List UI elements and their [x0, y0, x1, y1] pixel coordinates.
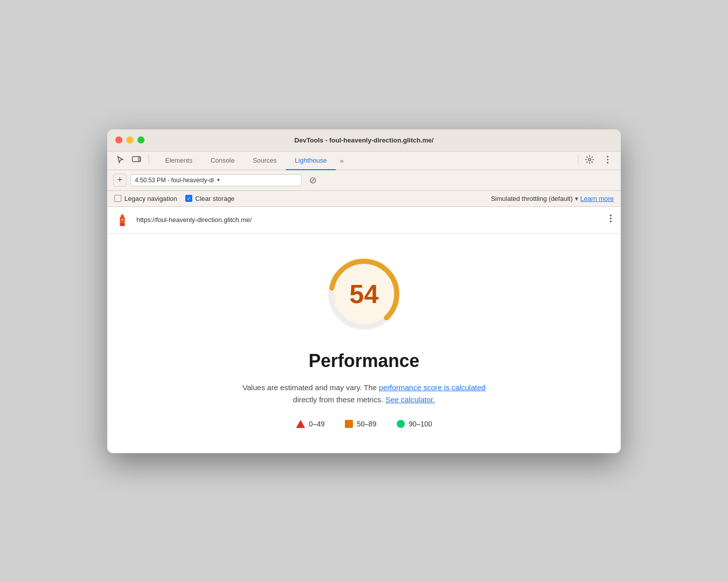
tabs-bar: Elements Console Sources Lighthouse » [107, 152, 621, 170]
legacy-nav-checkbox-box[interactable] [114, 195, 121, 202]
svg-rect-12 [120, 222, 125, 223]
tab-more-button[interactable]: » [336, 152, 347, 170]
url-field[interactable]: 4:50:53 PM - foul-heavenly-di ▾ [130, 174, 302, 186]
tab-lighthouse[interactable]: Lighthouse [286, 152, 336, 170]
tab-elements[interactable]: Elements [156, 152, 201, 170]
see-calculator-link[interactable]: See calculator. [385, 395, 434, 404]
options-bar: Legacy navigation ✓ Clear storage Simula… [107, 191, 621, 207]
legend-item-average: 50–89 [345, 420, 377, 428]
no-entry-icon[interactable]: ⊘ [306, 173, 320, 187]
lighthouse-url-row: https://foul-heavenly-direction.glitch.m… [107, 207, 621, 234]
lighthouse-more-icon[interactable] [608, 212, 614, 228]
performance-title: Performance [309, 350, 419, 372]
minimize-button[interactable] [126, 136, 133, 143]
devtools-window: DevTools - foul-heavenly-direction.glitc… [107, 129, 621, 453]
svg-point-4 [607, 159, 609, 160]
clear-storage-checkbox-box[interactable]: ✓ [185, 195, 192, 202]
svg-rect-1 [138, 158, 140, 161]
right-divider [578, 155, 578, 165]
perf-score-link[interactable]: performance score is calculated [379, 383, 486, 392]
poor-icon [296, 420, 305, 428]
good-range: 90–100 [409, 420, 432, 428]
url-bar: + 4:50:53 PM - foul-heavenly-di ▾ ⊘ [107, 170, 621, 191]
average-range: 50–89 [357, 420, 377, 428]
score-legend: 0–49 50–89 90–100 [296, 420, 432, 428]
toolbar-divider [149, 155, 149, 165]
tab-console[interactable]: Console [201, 152, 244, 170]
throttling-label: Simulated throttling (default) [491, 195, 573, 202]
lighthouse-url-text: https://foul-heavenly-direction.glitch.m… [136, 216, 602, 224]
score-circle: 54 [324, 254, 404, 334]
score-value: 54 [324, 254, 404, 334]
maximize-button[interactable] [137, 136, 144, 143]
clear-storage-checkbox[interactable]: ✓ Clear storage [185, 195, 235, 202]
window-title: DevTools - foul-heavenly-direction.glitc… [295, 136, 433, 144]
url-text: 4:50:53 PM - foul-heavenly-di [135, 177, 214, 184]
legend-item-poor: 0–49 [296, 420, 325, 428]
tab-right-icons [578, 153, 615, 170]
close-button[interactable] [115, 136, 122, 143]
svg-rect-9 [121, 219, 123, 220]
throttling-section: Simulated throttling (default) ▾ Learn m… [491, 195, 614, 202]
legacy-nav-label: Legacy navigation [124, 195, 177, 202]
desc-prefix: Values are estimated and may vary. The [243, 383, 379, 392]
good-icon [397, 420, 405, 428]
svg-point-13 [610, 214, 612, 216]
throttling-arrow-icon[interactable]: ▾ [575, 195, 578, 202]
learn-more-link[interactable]: Learn more [580, 195, 614, 202]
dropdown-arrow-icon[interactable]: ▾ [217, 177, 220, 183]
clear-storage-label: Clear storage [195, 195, 235, 202]
desc-suffix: directly from these metrics. [293, 395, 385, 404]
legacy-nav-checkbox[interactable]: Legacy navigation [114, 195, 177, 202]
more-options-icon[interactable] [601, 153, 615, 167]
cursor-icon[interactable] [113, 153, 127, 167]
svg-point-5 [607, 162, 609, 163]
svg-rect-8 [121, 214, 123, 215]
settings-icon[interactable] [583, 153, 597, 167]
add-button[interactable]: + [113, 174, 126, 187]
svg-point-2 [589, 158, 591, 161]
title-bar: DevTools - foul-heavenly-direction.glitc… [107, 129, 621, 152]
poor-range: 0–49 [309, 420, 325, 428]
svg-rect-10 [121, 223, 123, 226]
main-content: 54 Performance Values are estimated and … [107, 234, 621, 453]
performance-description: Values are estimated and may vary. The p… [243, 382, 486, 406]
svg-point-15 [610, 221, 612, 223]
legend-item-good: 90–100 [397, 420, 432, 428]
svg-point-3 [607, 156, 609, 157]
svg-point-14 [610, 217, 612, 220]
lighthouse-logo-icon [114, 212, 130, 228]
window-controls [115, 136, 144, 143]
device-icon[interactable] [129, 153, 143, 167]
svg-rect-11 [120, 220, 125, 221]
tab-sources[interactable]: Sources [244, 152, 286, 170]
average-icon [345, 420, 353, 428]
